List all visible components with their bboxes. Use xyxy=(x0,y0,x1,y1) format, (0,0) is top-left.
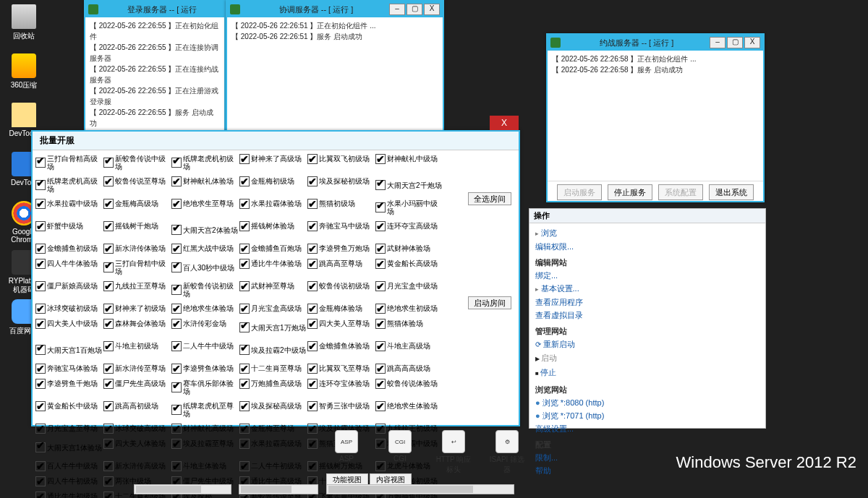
desktop-icon-1[interactable]: 360压缩 xyxy=(6,53,42,90)
room-checkbox[interactable]: 金蟾捕鱼初级场 xyxy=(35,241,102,256)
room-checkbox[interactable]: 水果拉霸高级场 xyxy=(239,437,306,451)
room-checkbox[interactable]: 新水浒传至尊场 xyxy=(103,361,170,376)
room-checkbox[interactable]: 熊猫初级场 xyxy=(307,197,374,211)
room-checkbox[interactable]: 通比牛牛初级场 xyxy=(35,489,102,498)
room-checkbox[interactable]: 二人牛牛初级场 xyxy=(239,459,306,473)
batch-open-window[interactable]: X 批量开服 全选房间 启动房间 三打白骨精高级场新蛟鲁传说中级场纸牌老虎机初级… xyxy=(31,130,520,426)
room-checkbox[interactable]: 大闹天宫1体验场 xyxy=(35,437,102,458)
room-checkbox[interactable]: 新蛟鲁传说初级场 xyxy=(171,279,238,301)
room-checkbox[interactable]: 纸牌老虎机高级场 xyxy=(35,174,102,196)
room-checkbox[interactable]: 三打白骨精高级场 xyxy=(35,152,102,173)
room-checkbox[interactable]: 黄金船长高级场 xyxy=(375,257,442,271)
room-checkbox[interactable]: 僵尸新娘高级场 xyxy=(35,279,102,293)
room-checkbox[interactable]: 奔驰宝马中级场 xyxy=(307,219,374,233)
room-checkbox[interactable]: 虾蟹中级场 xyxy=(35,219,102,233)
room-checkbox[interactable]: 斗地主初级场 xyxy=(103,339,170,353)
room-checkbox[interactable]: 武财神至尊场 xyxy=(239,279,306,293)
room-checkbox[interactable]: 红黑大战中级场 xyxy=(171,241,238,256)
room-checkbox[interactable]: 李逵劈鱼体验场 xyxy=(171,361,238,376)
room-checkbox[interactable]: 武财神体验场 xyxy=(375,241,442,256)
room-checkbox[interactable]: 埃及拉霸2中级场 xyxy=(239,339,306,361)
room-checkbox[interactable]: 九线拉王至尊场 xyxy=(103,279,170,293)
room-checkbox[interactable]: 埃及探秘高级场 xyxy=(239,399,306,413)
iis-start[interactable]: 启动 xyxy=(535,351,760,366)
battle-stop-button[interactable]: 停止服务 xyxy=(608,184,652,200)
room-checkbox[interactable]: 蛟鲁传说体验场 xyxy=(375,377,442,391)
room-checkbox[interactable]: 智勇三张中级场 xyxy=(307,399,374,413)
start-room-button[interactable]: 启动房间 xyxy=(468,296,511,309)
room-checkbox[interactable]: 纸牌老虎机初级场 xyxy=(171,152,238,173)
room-checkbox[interactable]: 水果拉霸中级场 xyxy=(35,197,102,211)
hscroll-2[interactable] xyxy=(239,484,318,494)
room-checkbox[interactable]: 百人30秒中级场 xyxy=(171,257,238,278)
room-checkbox[interactable]: 埃及拉霸至尊场 xyxy=(171,437,238,451)
room-checkbox[interactable]: 蛟鲁传说初级场 xyxy=(307,279,374,293)
room-checkbox[interactable]: 比翼双飞至尊场 xyxy=(307,361,374,376)
iis-bind[interactable]: 绑定... xyxy=(535,269,760,282)
room-checkbox[interactable]: 连环夺宝高级场 xyxy=(375,219,442,233)
login-titlebar[interactable]: 登录服务器 -- [ 运行 xyxy=(85,1,224,17)
room-checkbox[interactable]: 摇钱树千炮场 xyxy=(103,219,170,233)
room-checkbox[interactable]: 李逵劈鱼万炮场 xyxy=(307,241,374,256)
coord-titlebar[interactable]: 协调服务器 -- [ 运行 ] – ▢ X xyxy=(227,1,443,17)
room-checkbox[interactable]: 金瓶梅高级场 xyxy=(103,197,170,211)
room-checkbox[interactable]: 蛟鲁传说至尊场 xyxy=(103,174,170,189)
room-checkbox[interactable]: 金蟾捕鱼百炮场 xyxy=(239,241,306,256)
room-checkbox[interactable]: 大闹天宫1百炮场 xyxy=(35,339,102,361)
room-checkbox[interactable]: 斗地主体验场 xyxy=(171,459,238,473)
room-checkbox[interactable]: 通比牛牛体验场 xyxy=(239,257,306,271)
battle-exit-button[interactable]: 退出系统 xyxy=(709,184,754,200)
battle-start-button[interactable]: 启动服务 xyxy=(557,184,602,200)
room-checkbox[interactable]: 斗地主高级场 xyxy=(375,339,442,353)
room-checkbox[interactable]: 水果小玛丽中级场 xyxy=(375,197,442,218)
maximize-button[interactable]: ▢ xyxy=(407,4,422,15)
room-checkbox[interactable]: 埃及探秘初级场 xyxy=(307,174,374,189)
iis-edit-perm[interactable]: 编辑权限... xyxy=(535,240,760,253)
select-all-button[interactable]: 全选房间 xyxy=(468,192,511,205)
room-checkbox[interactable]: 大闹天宫2千炮场 xyxy=(375,174,442,196)
iis-browse-8080[interactable]: 浏览 *:8080 (http) xyxy=(535,396,760,409)
iis-browse-7071[interactable]: 浏览 *:7071 (http) xyxy=(535,409,760,422)
room-checkbox[interactable]: 水浒传彩金场 xyxy=(171,317,238,331)
iis-view-app[interactable]: 查看应用程序 xyxy=(535,296,760,309)
minimize-button[interactable]: – xyxy=(710,37,726,48)
iis-view-vd[interactable]: 查看虚拟目录 xyxy=(535,309,760,322)
room-checkbox[interactable]: 二人牛牛中级场 xyxy=(171,339,238,353)
room-checkbox[interactable]: 连环夺宝体验场 xyxy=(307,377,374,391)
feature-icon[interactable]: ↩HTTP 响应标头 xyxy=(433,430,474,475)
close-button[interactable]: X xyxy=(744,37,760,48)
feature-icon[interactable]: ⚙ISAPI 筛选器 xyxy=(487,430,527,475)
feature-icon[interactable]: ASPASP xyxy=(326,430,367,475)
battle-server-window[interactable]: 约战服务器 -- [ 运行 ] – ▢ X 【 2022-05-26 22:26… xyxy=(546,33,765,202)
minimize-button[interactable]: – xyxy=(389,4,405,15)
room-checkbox[interactable]: 四大美人体验场 xyxy=(103,437,170,451)
room-checkbox[interactable]: 新蛟鲁传说中级场 xyxy=(103,152,170,173)
room-checkbox[interactable]: 绝地求生体验场 xyxy=(375,399,442,413)
room-checkbox[interactable]: 跳高高至尊场 xyxy=(307,257,374,271)
iis-browse[interactable]: 浏览 xyxy=(535,226,760,240)
room-checkbox[interactable]: 四人牛牛体验场 xyxy=(35,257,102,271)
room-checkbox[interactable]: 跳高高初级场 xyxy=(103,399,170,413)
room-checkbox[interactable]: 摇钱树体验场 xyxy=(239,219,306,233)
room-checkbox[interactable]: 三打白骨精中级场 xyxy=(103,257,170,278)
hscroll-1[interactable] xyxy=(134,484,231,494)
room-checkbox[interactable]: 十二生肖至尊场 xyxy=(239,361,306,376)
room-checkbox[interactable]: 僵尸先生高级场 xyxy=(103,377,170,391)
batch-close-button[interactable]: X xyxy=(490,116,519,130)
room-checkbox[interactable]: 绝地求生至尊场 xyxy=(171,197,238,211)
iis-restart[interactable]: 重新启动 xyxy=(535,338,760,351)
room-checkbox[interactable]: 新水浒传高级场 xyxy=(103,459,170,473)
room-checkbox[interactable]: 四大美人至尊场 xyxy=(307,317,374,331)
room-checkbox[interactable]: 财神献礼高级场 xyxy=(171,421,238,436)
iis-advanced[interactable]: 高级设置... xyxy=(535,422,760,435)
battle-titlebar[interactable]: 约战服务器 -- [ 运行 ] – ▢ X xyxy=(548,35,763,51)
room-checkbox[interactable]: 冰球突破高级场 xyxy=(103,421,170,436)
room-checkbox[interactable]: 月光宝盒中级场 xyxy=(375,279,442,293)
room-checkbox[interactable]: 月光宝盒高级场 xyxy=(239,301,306,316)
room-checkbox[interactable]: 金蟾捕鱼体验场 xyxy=(307,339,374,353)
room-checkbox[interactable]: 财神献礼中级场 xyxy=(375,152,442,166)
feature-icon[interactable]: CGICGI xyxy=(380,430,420,475)
room-checkbox[interactable]: 黄金船长中级场 xyxy=(35,399,102,413)
close-button[interactable]: X xyxy=(424,4,440,15)
room-checkbox[interactable]: 水果拉霸体验场 xyxy=(239,197,306,211)
